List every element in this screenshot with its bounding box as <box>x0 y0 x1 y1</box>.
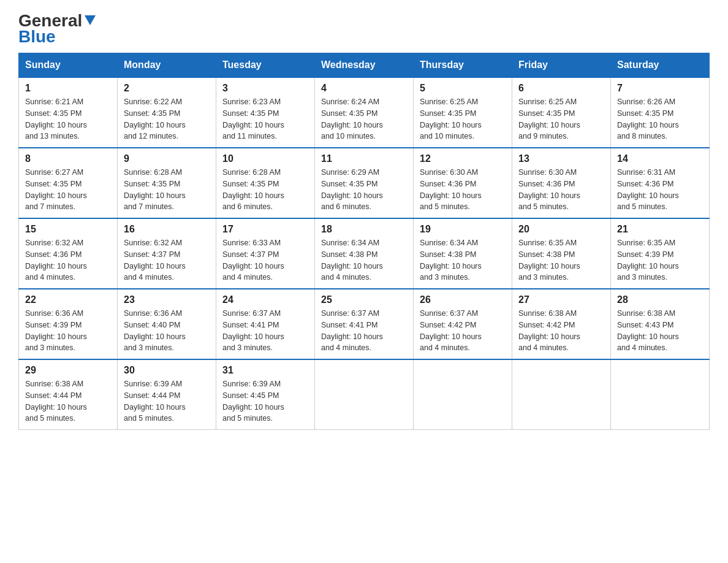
day-number: 20 <box>518 224 604 235</box>
header-friday: Friday <box>512 53 611 78</box>
calendar-cell: 15 Sunrise: 6:32 AM Sunset: 4:36 PM Dayl… <box>19 218 118 289</box>
calendar-cell: 9 Sunrise: 6:28 AM Sunset: 4:35 PM Dayli… <box>118 148 216 218</box>
day-info: Sunrise: 6:26 AM Sunset: 4:35 PM Dayligh… <box>617 96 703 142</box>
day-info: Sunrise: 6:30 AM Sunset: 4:36 PM Dayligh… <box>420 167 506 213</box>
day-number: 27 <box>518 294 604 305</box>
day-number: 19 <box>420 224 506 235</box>
calendar-cell: 14 Sunrise: 6:31 AM Sunset: 4:36 PM Dayl… <box>611 148 710 218</box>
week-row-3: 15 Sunrise: 6:32 AM Sunset: 4:36 PM Dayl… <box>19 218 710 289</box>
day-info: Sunrise: 6:38 AM Sunset: 4:43 PM Dayligh… <box>617 308 703 354</box>
week-row-4: 22 Sunrise: 6:36 AM Sunset: 4:39 PM Dayl… <box>19 289 710 359</box>
calendar-cell: 5 Sunrise: 6:25 AM Sunset: 4:35 PM Dayli… <box>414 77 512 148</box>
day-number: 7 <box>617 83 703 94</box>
day-info: Sunrise: 6:29 AM Sunset: 4:35 PM Dayligh… <box>321 167 407 213</box>
week-row-5: 29 Sunrise: 6:38 AM Sunset: 4:44 PM Dayl… <box>19 359 710 430</box>
calendar-cell: 10 Sunrise: 6:28 AM Sunset: 4:35 PM Dayl… <box>216 148 315 218</box>
day-number: 15 <box>25 224 111 235</box>
day-info: Sunrise: 6:32 AM Sunset: 4:36 PM Dayligh… <box>25 237 111 283</box>
day-info: Sunrise: 6:34 AM Sunset: 4:38 PM Dayligh… <box>321 237 407 283</box>
day-number: 9 <box>124 153 210 164</box>
day-info: Sunrise: 6:30 AM Sunset: 4:36 PM Dayligh… <box>518 167 604 213</box>
day-info: Sunrise: 6:22 AM Sunset: 4:35 PM Dayligh… <box>124 96 210 142</box>
calendar-cell: 27 Sunrise: 6:38 AM Sunset: 4:42 PM Dayl… <box>512 289 611 359</box>
calendar-cell: 17 Sunrise: 6:33 AM Sunset: 4:37 PM Dayl… <box>216 218 315 289</box>
calendar-cell: 7 Sunrise: 6:26 AM Sunset: 4:35 PM Dayli… <box>611 77 710 148</box>
day-number: 12 <box>420 153 506 164</box>
day-info: Sunrise: 6:28 AM Sunset: 4:35 PM Dayligh… <box>124 167 210 213</box>
day-number: 30 <box>124 365 210 376</box>
day-number: 5 <box>420 83 506 94</box>
calendar-cell: 24 Sunrise: 6:37 AM Sunset: 4:41 PM Dayl… <box>216 289 315 359</box>
calendar-cell <box>512 359 611 430</box>
day-info: Sunrise: 6:37 AM Sunset: 4:41 PM Dayligh… <box>321 308 407 354</box>
svg-marker-0 <box>85 15 96 25</box>
day-number: 21 <box>617 224 703 235</box>
day-number: 13 <box>518 153 604 164</box>
calendar-cell: 25 Sunrise: 6:37 AM Sunset: 4:41 PM Dayl… <box>315 289 414 359</box>
day-info: Sunrise: 6:39 AM Sunset: 4:44 PM Dayligh… <box>124 378 210 424</box>
day-number: 23 <box>124 294 210 305</box>
day-number: 1 <box>25 83 111 94</box>
calendar-cell: 20 Sunrise: 6:35 AM Sunset: 4:38 PM Dayl… <box>512 218 611 289</box>
logo-arrow-icon <box>83 13 97 26</box>
day-info: Sunrise: 6:23 AM Sunset: 4:35 PM Dayligh… <box>222 96 308 142</box>
day-info: Sunrise: 6:35 AM Sunset: 4:39 PM Dayligh… <box>617 237 703 283</box>
day-number: 11 <box>321 153 407 164</box>
header-wednesday: Wednesday <box>315 53 414 78</box>
calendar-cell: 11 Sunrise: 6:29 AM Sunset: 4:35 PM Dayl… <box>315 148 414 218</box>
day-info: Sunrise: 6:36 AM Sunset: 4:40 PM Dayligh… <box>124 308 210 354</box>
calendar-cell: 13 Sunrise: 6:30 AM Sunset: 4:36 PM Dayl… <box>512 148 611 218</box>
day-number: 16 <box>124 224 210 235</box>
calendar-cell: 23 Sunrise: 6:36 AM Sunset: 4:40 PM Dayl… <box>118 289 216 359</box>
calendar-cell: 16 Sunrise: 6:32 AM Sunset: 4:37 PM Dayl… <box>118 218 216 289</box>
calendar-cell: 21 Sunrise: 6:35 AM Sunset: 4:39 PM Dayl… <box>611 218 710 289</box>
day-number: 31 <box>222 365 308 376</box>
calendar-cell: 30 Sunrise: 6:39 AM Sunset: 4:44 PM Dayl… <box>118 359 216 430</box>
day-info: Sunrise: 6:31 AM Sunset: 4:36 PM Dayligh… <box>617 167 703 213</box>
calendar-cell <box>315 359 414 430</box>
logo-blue: Blue <box>18 27 56 47</box>
calendar-cell <box>414 359 512 430</box>
header-tuesday: Tuesday <box>216 53 315 78</box>
calendar-cell: 8 Sunrise: 6:27 AM Sunset: 4:35 PM Dayli… <box>19 148 118 218</box>
day-number: 18 <box>321 224 407 235</box>
calendar-cell: 18 Sunrise: 6:34 AM Sunset: 4:38 PM Dayl… <box>315 218 414 289</box>
calendar-cell: 4 Sunrise: 6:24 AM Sunset: 4:35 PM Dayli… <box>315 77 414 148</box>
day-info: Sunrise: 6:28 AM Sunset: 4:35 PM Dayligh… <box>222 167 308 213</box>
logo: General Blue <box>18 12 97 47</box>
day-info: Sunrise: 6:35 AM Sunset: 4:38 PM Dayligh… <box>518 237 604 283</box>
calendar-cell <box>611 359 710 430</box>
calendar-cell: 31 Sunrise: 6:39 AM Sunset: 4:45 PM Dayl… <box>216 359 315 430</box>
header-thursday: Thursday <box>414 53 512 78</box>
day-number: 22 <box>25 294 111 305</box>
day-number: 8 <box>25 153 111 164</box>
day-number: 14 <box>617 153 703 164</box>
header-sunday: Sunday <box>19 53 118 78</box>
week-row-2: 8 Sunrise: 6:27 AM Sunset: 4:35 PM Dayli… <box>19 148 710 218</box>
day-number: 17 <box>222 224 308 235</box>
calendar-cell: 19 Sunrise: 6:34 AM Sunset: 4:38 PM Dayl… <box>414 218 512 289</box>
calendar-cell: 1 Sunrise: 6:21 AM Sunset: 4:35 PM Dayli… <box>19 77 118 148</box>
day-number: 10 <box>222 153 308 164</box>
day-info: Sunrise: 6:32 AM Sunset: 4:37 PM Dayligh… <box>124 237 210 283</box>
day-number: 29 <box>25 365 111 376</box>
day-number: 4 <box>321 83 407 94</box>
day-number: 28 <box>617 294 703 305</box>
calendar-cell: 26 Sunrise: 6:37 AM Sunset: 4:42 PM Dayl… <box>414 289 512 359</box>
header-saturday: Saturday <box>611 53 710 78</box>
day-info: Sunrise: 6:34 AM Sunset: 4:38 PM Dayligh… <box>420 237 506 283</box>
calendar-cell: 12 Sunrise: 6:30 AM Sunset: 4:36 PM Dayl… <box>414 148 512 218</box>
calendar-cell: 6 Sunrise: 6:25 AM Sunset: 4:35 PM Dayli… <box>512 77 611 148</box>
calendar-header-row: SundayMondayTuesdayWednesdayThursdayFrid… <box>19 53 710 78</box>
day-info: Sunrise: 6:33 AM Sunset: 4:37 PM Dayligh… <box>222 237 308 283</box>
day-info: Sunrise: 6:37 AM Sunset: 4:41 PM Dayligh… <box>222 308 308 354</box>
day-number: 24 <box>222 294 308 305</box>
day-number: 26 <box>420 294 506 305</box>
day-number: 25 <box>321 294 407 305</box>
calendar-table: SundayMondayTuesdayWednesdayThursdayFrid… <box>18 53 710 430</box>
day-info: Sunrise: 6:24 AM Sunset: 4:35 PM Dayligh… <box>321 96 407 142</box>
page-header: General Blue <box>18 12 710 47</box>
day-info: Sunrise: 6:25 AM Sunset: 4:35 PM Dayligh… <box>420 96 506 142</box>
day-info: Sunrise: 6:21 AM Sunset: 4:35 PM Dayligh… <box>25 96 111 142</box>
day-number: 6 <box>518 83 604 94</box>
